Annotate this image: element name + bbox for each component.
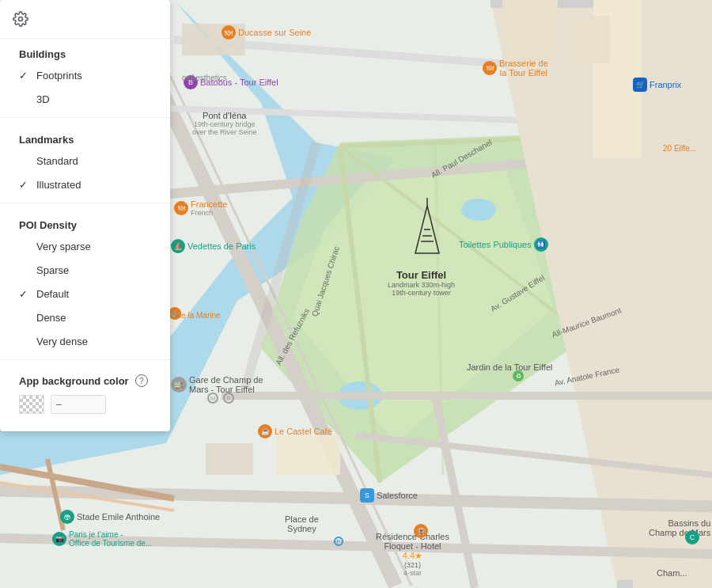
svg-point-17 [19,17,23,21]
sparse-option[interactable]: Sparse [0,258,170,282]
gear-button[interactable] [9,8,32,30]
color-checkerboard[interactable] [19,395,44,414]
divider-3 [0,359,170,360]
illustrated-label: Illustrated [36,179,81,191]
very-dense-label: Very dense [36,336,88,347]
buildings-section-label: Buildings [0,39,170,63]
poi-density-section-label: POI Density [0,210,170,234]
svg-rect-16 [277,435,340,475]
default-label: Default [36,288,69,300]
app-bg-color-label: App background color [19,375,129,387]
footprints-option[interactable]: ✓ Footprints [0,63,170,87]
landmarks-section-label: Landmarks [0,124,170,149]
very-sparse-option[interactable]: Very sparse [0,234,170,258]
very-sparse-label: Very sparse [36,241,91,252]
svg-rect-7 [502,0,558,63]
sparse-label: Sparse [36,264,69,276]
standard-option[interactable]: Standard [0,149,170,173]
svg-rect-15 [206,443,253,475]
3d-option[interactable]: 3D [0,87,170,111]
illustrated-option[interactable]: ✓ Illustrated [0,173,170,196]
gear-icon [13,11,28,27]
footprints-check: ✓ [19,70,32,82]
divider-1 [0,117,170,118]
standard-label: Standard [36,155,78,167]
very-dense-option[interactable]: Very dense [0,329,170,353]
divider-2 [0,203,170,203]
color-value-input[interactable] [51,395,106,414]
help-icon[interactable]: ? [135,374,148,387]
svg-rect-8 [570,16,609,63]
svg-point-3 [461,199,496,221]
illustrated-check: ✓ [19,179,32,191]
default-option[interactable]: ✓ Default [0,282,170,305]
svg-rect-14 [182,24,245,55]
settings-panel: Buildings ✓ Footprints 3D Landmarks Stan… [0,0,170,431]
default-check: ✓ [19,288,32,300]
3d-label: 3D [36,93,50,105]
dense-label: Dense [36,312,66,324]
dense-option[interactable]: Dense [0,305,170,329]
footprints-label: Footprints [36,70,82,82]
